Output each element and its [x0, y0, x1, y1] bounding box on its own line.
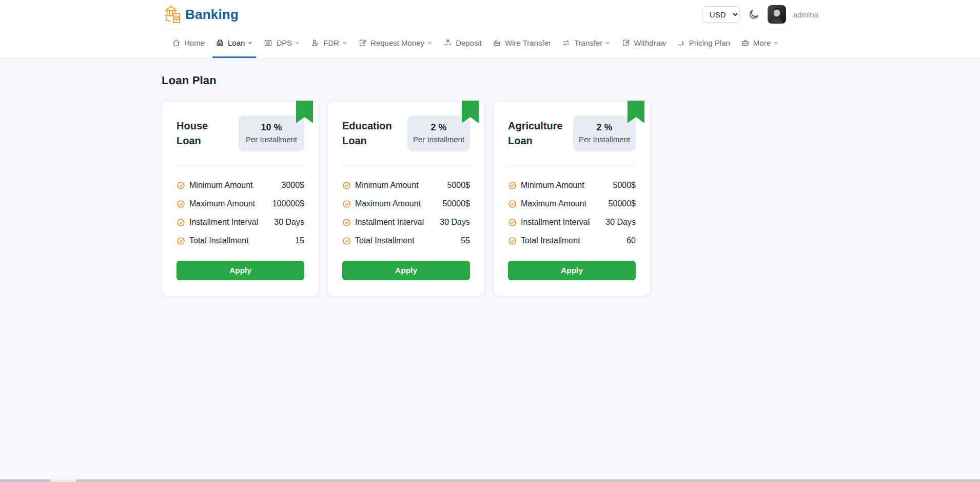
nav-item-more[interactable]: More [738, 29, 782, 58]
check-circle-icon [177, 181, 185, 190]
feature-row: Installment Interval 30 Days [508, 218, 636, 227]
bank-with-phone-icon: $ [162, 4, 183, 25]
chevron-down-icon [605, 40, 611, 46]
feature-label-text: Maximum Amount [521, 199, 586, 208]
chevron-down-icon [247, 40, 253, 46]
currency-select[interactable]: USD [702, 6, 740, 23]
feature-label-text: Minimum Amount [521, 181, 584, 190]
scrollbar-segment [76, 479, 980, 482]
feature-row: Minimum Amount 5000$ [342, 181, 470, 190]
check-circle-icon [508, 237, 517, 245]
rate-badge: 2 % Per Installment [407, 115, 470, 151]
check-circle-icon [508, 181, 517, 190]
feature-value: 50000$ [443, 199, 470, 208]
dark-mode-toggle[interactable] [747, 8, 760, 21]
nav-item-loan[interactable]: Loan [212, 29, 256, 58]
feature-value: 5000$ [613, 181, 636, 190]
loan-card-agriculture: Agriculture Loan 2 % Per Installment Min… [493, 101, 651, 296]
rate-badge: 10 % Per Installment [239, 115, 304, 151]
rate-badge: 2 % Per Installment [573, 115, 636, 151]
nav-item-pricing-plan[interactable]: Pricing Plan [674, 29, 733, 58]
page-title: Loan Plan [162, 74, 818, 87]
home-icon [172, 38, 181, 47]
feature-row: Total Installment 60 [508, 236, 636, 245]
request-money-icon [358, 38, 367, 47]
bookmark-ribbon-icon [462, 101, 479, 123]
main-content: Loan Plan House Loan 10 % Per Installmen… [162, 59, 818, 296]
avatar[interactable] [768, 5, 786, 24]
check-circle-icon [508, 200, 517, 208]
feature-value: 30 Days [440, 218, 470, 227]
divider [508, 165, 636, 165]
feature-row: Minimum Amount 5000$ [508, 181, 636, 190]
nav-item-transfer[interactable]: Transfer [559, 29, 614, 58]
scrollbar-segment [50, 479, 76, 482]
withdraw-icon [621, 38, 630, 47]
fdr-icon [311, 38, 320, 47]
check-circle-icon [342, 181, 351, 190]
brand-name: Banking [185, 7, 239, 23]
feature-value: 60 [626, 236, 636, 245]
feature-row: Installment Interval 30 Days [342, 218, 470, 227]
deposit-icon [443, 38, 452, 47]
feature-label-text: Maximum Amount [355, 199, 421, 208]
check-circle-icon [508, 218, 517, 227]
feature-value: 100000$ [272, 199, 304, 208]
feature-label-text: Total Installment [355, 236, 415, 245]
nav-item-request-money[interactable]: Request Money [355, 29, 436, 58]
feature-row: Maximum Amount 50000$ [342, 199, 470, 208]
dps-icon [264, 38, 272, 47]
check-circle-icon [342, 200, 351, 208]
loan-icon [215, 38, 224, 47]
wire-transfer-icon [493, 38, 501, 47]
loan-card-education: Education Loan 2 % Per Installment Minim… [327, 101, 485, 296]
nav-item-wire-transfer[interactable]: Wire Transfer [489, 29, 554, 58]
loan-title: House Loan [177, 119, 231, 148]
feature-label-text: Installment Interval [189, 218, 258, 227]
nav-item-home[interactable]: Home [169, 29, 208, 58]
feature-row: Installment Interval 30 Days [177, 218, 304, 227]
rate-period: Per Installment [577, 134, 632, 145]
more-icon [741, 38, 750, 47]
brand-logo[interactable]: $ Banking [162, 4, 239, 25]
nav-item-fdr[interactable]: FDR [308, 29, 350, 58]
feature-row: Total Installment 55 [342, 236, 470, 245]
nav-item-deposit[interactable]: Deposit [440, 29, 485, 58]
nav-item-withdraw[interactable]: Withdraw [618, 29, 669, 58]
divider [342, 165, 470, 165]
horizontal-scrollbar[interactable] [0, 479, 980, 482]
feature-label-text: Maximum Amount [189, 199, 255, 208]
rate-value: 2 % [411, 122, 466, 133]
username[interactable]: admina [793, 10, 818, 19]
chevron-down-icon [295, 40, 300, 46]
feature-row: Maximum Amount 100000$ [177, 199, 304, 208]
feature-label-text: Total Installment [521, 236, 580, 245]
feature-value: 15 [295, 236, 304, 245]
apply-button[interactable]: Apply [342, 261, 470, 280]
moon-icon [748, 9, 759, 20]
bookmark-ribbon-icon [628, 101, 644, 123]
check-circle-icon [177, 237, 185, 245]
check-circle-icon [177, 218, 185, 227]
feature-label-text: Minimum Amount [355, 181, 419, 190]
feature-label-text: Installment Interval [521, 218, 590, 227]
rate-period: Per Installment [243, 134, 300, 145]
feature-row: Maximum Amount 50000$ [508, 199, 636, 208]
svg-text:$: $ [175, 16, 178, 20]
nav-item-dps[interactable]: DPS [261, 29, 303, 58]
loan-plan-cards: House Loan 10 % Per Installment Minimum … [162, 101, 818, 296]
chevron-down-icon [342, 40, 347, 46]
scrollbar-segment [0, 479, 50, 482]
bookmark-ribbon-icon [296, 101, 313, 123]
apply-button[interactable]: Apply [508, 261, 636, 280]
feature-value: 30 Days [605, 218, 636, 227]
loan-title: Education Loan [342, 119, 400, 148]
apply-button[interactable]: Apply [177, 261, 304, 280]
chevron-down-icon [773, 40, 779, 46]
check-circle-icon [342, 237, 351, 245]
feature-row: Total Installment 15 [177, 236, 304, 245]
feature-label-text: Total Installment [189, 236, 249, 245]
rate-period: Per Installment [411, 134, 466, 145]
feature-value: 50000$ [609, 199, 636, 208]
pricing-plan-icon [677, 38, 685, 47]
